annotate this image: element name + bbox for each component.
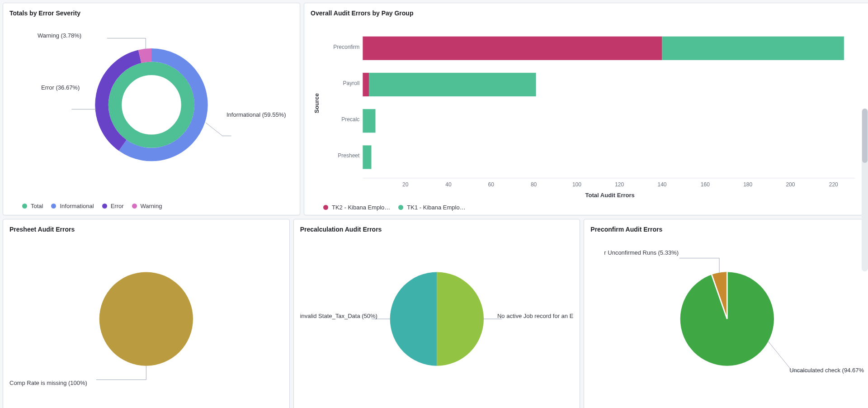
callout-nojob: No active Job record for an E: [497, 313, 573, 319]
yt1: Payroll: [343, 80, 360, 86]
yt2: Precalc: [341, 116, 359, 123]
svg-point-15: [99, 272, 193, 365]
svg-rect-12: [369, 73, 536, 96]
legend-label: TK2 - Kibana Emplo…: [332, 204, 390, 211]
swatch-icon: [398, 205, 403, 210]
svg-rect-11: [363, 73, 369, 96]
callout-warning: Warning (3.78%): [38, 32, 81, 39]
xt0: 20: [402, 181, 409, 188]
panel-severity: Totals by Error Severity: [3, 3, 300, 215]
window-scrollbar[interactable]: [862, 109, 868, 271]
legend-item-tk2[interactable]: TK2 - Kibana Emplo…: [323, 204, 390, 211]
scrollbar-thumb[interactable]: [862, 109, 868, 163]
legend-severity: Total Informational Error Warning: [9, 200, 293, 211]
legend-label: TK1 - Kibana Emplo…: [407, 204, 465, 211]
callout-comprate: Comp Rate is missing (100%): [9, 380, 87, 386]
xt9: 200: [786, 181, 795, 188]
xt3: 80: [531, 181, 537, 188]
donut-chart-severity[interactable]: Warning (3.78%) Error (36.67%) Informati…: [9, 19, 293, 200]
swatch-icon: [102, 204, 107, 209]
legend-item-informational[interactable]: Informational: [51, 203, 94, 209]
legend-label: Error: [111, 203, 124, 209]
pie-chart-presheet[interactable]: Comp Rate is missing (100%): [9, 235, 283, 408]
xt5: 120: [615, 181, 624, 188]
pie-chart-preconfirm[interactable]: r Unconfirmed Runs (5.33%) Uncalculated …: [590, 235, 864, 408]
svg-rect-13: [363, 109, 375, 133]
yt3: Presheet: [338, 152, 360, 159]
callout-error: Error (36.67%): [41, 84, 80, 91]
swatch-icon: [323, 205, 328, 210]
panel-title-preconfirm: Preconfirm Audit Errors: [590, 226, 864, 233]
panel-title-paygroup: Overall Audit Errors by Pay Group: [311, 9, 864, 17]
panel-precalc: Precalculation Audit Errors invalid Stat…: [293, 219, 580, 408]
callout-invalid: invalid State_Tax_Data (50%): [300, 313, 377, 319]
swatch-icon: [51, 204, 56, 209]
svg-line-6: [206, 123, 222, 136]
bar-chart-paygroup[interactable]: Source Preconfirm Payroll Precalc Preshe…: [311, 19, 864, 201]
panel-title-presheet: Presheet Audit Errors: [9, 226, 283, 233]
svg-line-25: [769, 342, 793, 371]
xt6: 140: [658, 181, 667, 188]
panel-title-precalc: Precalculation Audit Errors: [300, 226, 574, 233]
legend-item-total[interactable]: Total: [22, 203, 43, 209]
swatch-icon: [22, 204, 27, 209]
yt0: Preconfirm: [333, 44, 359, 50]
legend-item-error[interactable]: Error: [102, 203, 124, 209]
panel-presheet: Presheet Audit Errors Comp Rate is missi…: [3, 219, 290, 408]
callout-uncalc: Uncalculated check (94.67%: [789, 367, 864, 374]
xt8: 180: [743, 181, 752, 188]
xt2: 60: [488, 181, 495, 188]
svg-rect-14: [363, 145, 371, 169]
callout-informational: Informational (59.55%): [226, 111, 286, 118]
svg-rect-10: [662, 37, 844, 60]
legend-label: Informational: [60, 203, 94, 209]
legend-label: Warning: [141, 203, 162, 209]
xt7: 160: [701, 181, 710, 188]
legend-label: Total: [31, 203, 43, 209]
panel-paygroup: Overall Audit Errors by Pay Group Source…: [304, 3, 868, 215]
legend-item-tk1[interactable]: TK1 - Kibana Emplo…: [398, 204, 465, 211]
x-axis-label: Total Audit Errors: [585, 192, 634, 199]
y-axis-label: Source: [313, 93, 320, 113]
svg-rect-9: [363, 37, 662, 60]
legend-paygroup: TK2 - Kibana Emplo… TK1 - Kibana Emplo…: [311, 201, 864, 213]
svg-point-1: [125, 78, 178, 132]
legend-item-warning[interactable]: Warning: [132, 203, 162, 209]
panel-title-severity: Totals by Error Severity: [9, 9, 293, 17]
xt4: 100: [572, 181, 581, 188]
callout-prior: r Unconfirmed Runs (5.33%): [604, 249, 679, 256]
xt10: 220: [829, 181, 838, 188]
pie-chart-precalc[interactable]: invalid State_Tax_Data (50%) No active J…: [300, 235, 574, 408]
swatch-icon: [132, 204, 137, 209]
panel-preconfirm: Preconfirm Audit Errors: [584, 219, 868, 408]
xt1: 40: [445, 181, 452, 188]
